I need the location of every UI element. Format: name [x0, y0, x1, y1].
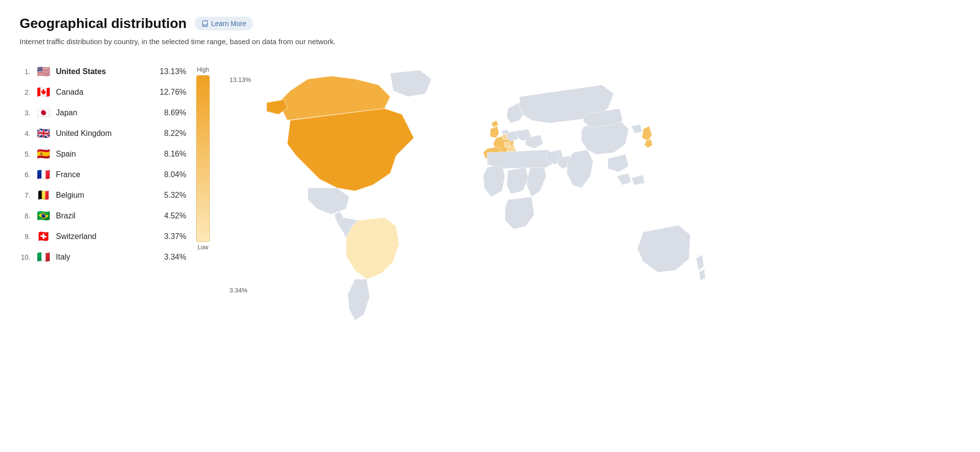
list-item: 6.🇫🇷France8.04% [20, 164, 186, 185]
country-name: Belgium [56, 191, 147, 200]
country-flag: 🇫🇷 [35, 169, 51, 180]
country-flag: 🇯🇵 [35, 107, 51, 118]
country-flag: 🇨🇭 [35, 231, 51, 242]
list-item: 5.🇪🇸Spain8.16% [20, 144, 186, 164]
country-percentage: 8.16% [152, 150, 186, 159]
learn-more-button[interactable]: Learn More [195, 17, 253, 30]
country-percentage: 3.37% [152, 232, 186, 241]
world-map-svg: .country-default { fill: #d8dde6; stroke… [220, 61, 808, 356]
country-percentage: 13.13% [152, 67, 186, 76]
list-item: 4.🇬🇧United Kingdom8.22% [20, 123, 186, 144]
country-name: Italy [56, 253, 147, 262]
country-rank: 4. [20, 130, 30, 137]
map-low-annotation: 3.34% [229, 287, 248, 294]
country-rank: 1. [20, 68, 30, 76]
country-name: Switzerland [56, 232, 147, 241]
country-rank: 6. [20, 171, 30, 179]
legend-low-label: Low [198, 244, 208, 251]
country-flag: 🇬🇧 [35, 128, 51, 139]
legend-color-bar [196, 75, 210, 242]
map-legend: High Low [196, 66, 210, 251]
country-rank: 10. [20, 253, 30, 261]
book-icon [201, 20, 208, 27]
list-item: 8.🇧🇷Brazil4.52% [20, 206, 186, 226]
country-name: United States [56, 67, 147, 76]
country-rank: 7. [20, 191, 30, 199]
country-flag: 🇺🇸 [35, 66, 51, 77]
map-section: High Low 13.13% 3.34% .country-default {… [186, 61, 960, 358]
country-rank: 5. [20, 150, 30, 158]
country-percentage: 12.76% [152, 88, 186, 97]
map-container: 13.13% 3.34% .country-default { fill: #d… [220, 61, 960, 358]
country-name: Spain [56, 150, 147, 159]
country-percentage: 8.69% [152, 108, 186, 117]
list-item: 10.🇮🇹Italy3.34% [20, 247, 186, 267]
list-item: 3.🇯🇵Japan8.69% [20, 103, 186, 123]
page-title: Geographical distribution [20, 16, 187, 31]
legend-high-label: High [197, 66, 209, 73]
country-percentage: 5.32% [152, 191, 186, 200]
country-rank: 2. [20, 88, 30, 96]
country-flag: 🇧🇪 [35, 190, 51, 201]
country-rank: 3. [20, 109, 30, 117]
country-rank: 9. [20, 233, 30, 240]
list-item: 2.🇨🇦Canada12.76% [20, 82, 186, 103]
list-item: 9.🇨🇭Switzerland3.37% [20, 226, 186, 247]
country-flag: 🇪🇸 [35, 149, 51, 160]
country-list: 1.🇺🇸United States13.13%2.🇨🇦Canada12.76%3… [20, 61, 186, 267]
country-flag: 🇨🇦 [35, 87, 51, 98]
country-percentage: 4.52% [152, 212, 186, 220]
map-high-annotation: 13.13% [229, 76, 251, 83]
country-name: Brazil [56, 212, 147, 220]
country-name: France [56, 170, 147, 179]
list-item: 1.🇺🇸United States13.13% [20, 61, 186, 82]
country-name: Japan [56, 108, 147, 117]
country-percentage: 8.04% [152, 170, 186, 179]
country-flag: 🇮🇹 [35, 252, 51, 263]
country-name: United Kingdom [56, 129, 147, 138]
country-rank: 8. [20, 212, 30, 220]
country-percentage: 3.34% [152, 253, 186, 262]
main-content: 1.🇺🇸United States13.13%2.🇨🇦Canada12.76%3… [20, 61, 960, 358]
subtitle: Internet traffic distribution by country… [20, 37, 960, 46]
page-header: Geographical distribution Learn More [20, 16, 960, 31]
country-flag: 🇧🇷 [35, 211, 51, 221]
country-name: Canada [56, 88, 147, 97]
country-percentage: 8.22% [152, 129, 186, 138]
list-item: 7.🇧🇪Belgium5.32% [20, 185, 186, 206]
